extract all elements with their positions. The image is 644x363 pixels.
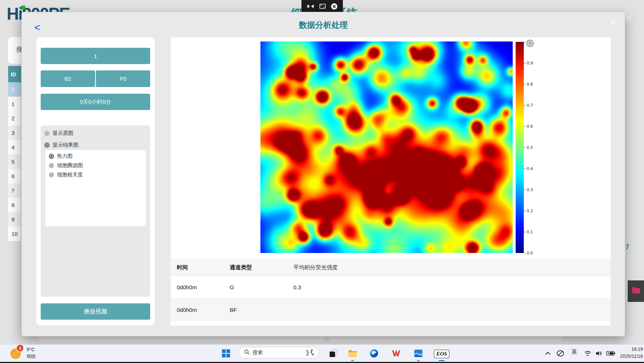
- radio-icon: [44, 131, 50, 136]
- clock-date: 2025/11/18: [607, 353, 643, 360]
- active-app-indicator: [439, 360, 445, 361]
- colorbar-tick: 0.1: [524, 230, 533, 234]
- tray-chevron-up-icon[interactable]: [543, 349, 553, 358]
- colorbar-tick: 0.2: [524, 209, 533, 213]
- volume-icon[interactable]: [594, 349, 604, 358]
- radio-label: 细胞相关度: [57, 171, 83, 178]
- notification-badge: 5: [17, 345, 23, 351]
- play-video-button[interactable]: 播放视频: [41, 303, 150, 320]
- tick-label: 0.2: [527, 209, 533, 213]
- dialog-title: 数据分析处理: [22, 20, 625, 31]
- taskbar-search[interactable]: 搜索: [239, 347, 319, 359]
- radio-icon: [49, 172, 54, 177]
- colorbar-tool-icon[interactable]: [526, 40, 534, 47]
- id-row[interactable]: 5: [8, 154, 21, 169]
- id-row[interactable]: 2: [8, 111, 21, 126]
- tick-label: 0.6: [527, 124, 533, 129]
- background-close-icon[interactable]: ×: [626, 13, 631, 23]
- table-row: 0d0h0m G 0.3: [171, 276, 611, 299]
- tick-mark: [524, 211, 526, 211]
- start-button[interactable]: [221, 349, 231, 358]
- colorbar-tick: 0.6: [524, 124, 533, 129]
- tick-label: 0.7: [527, 103, 533, 107]
- cell-channel: G: [230, 284, 293, 290]
- floating-folder-tile[interactable]: [628, 280, 644, 302]
- dialog-close-icon[interactable]: ×: [610, 17, 616, 27]
- task-view-icon[interactable]: [328, 349, 338, 358]
- tick-mark: [524, 42, 526, 42]
- tick-label: 0.9: [527, 61, 533, 65]
- id-row[interactable]: 4: [8, 140, 21, 154]
- id-row[interactable]: 8: [8, 198, 21, 212]
- id-row[interactable]: 6: [8, 169, 21, 183]
- id-row-list: 12345678910: [8, 97, 21, 241]
- file-explorer-icon[interactable]: [348, 349, 357, 358]
- id-column-header: ID: [8, 66, 21, 82]
- result-option-list: 热力图 细胞圈选图 细胞相关度: [45, 153, 146, 178]
- tick-mark: [524, 84, 526, 84]
- ime-indicator[interactable]: 英: [571, 349, 577, 356]
- colorbar-tick: 0.7: [524, 103, 533, 107]
- display-options-panel: 显示原图 显示结果图 热力图: [41, 126, 150, 297]
- collapse-icon[interactable]: [307, 3, 314, 9]
- radio-icon: [49, 163, 54, 168]
- colorbar-tick: 0.0: [524, 251, 533, 255]
- tick-mark: [524, 190, 526, 190]
- colorbar-ticks: 1.0 0.9 0.8 0.7: [524, 40, 533, 255]
- id-row[interactable]: 10: [8, 227, 21, 241]
- tick-mark: [524, 147, 526, 148]
- tick-mark: [524, 169, 526, 169]
- display-option-radio[interactable]: 显示原图: [44, 129, 150, 137]
- time-button[interactable]: 0天0小时0分: [41, 94, 150, 110]
- radio-label: 细胞圈选图: [57, 162, 83, 169]
- id-row[interactable]: 7: [8, 183, 21, 198]
- id-row[interactable]: 1: [8, 97, 21, 111]
- tick-label: 0.0: [527, 251, 533, 255]
- id-row[interactable]: 9: [8, 212, 21, 227]
- id-row-selected[interactable]: 0: [8, 82, 21, 97]
- colorbar-tick: 0.3: [524, 187, 533, 192]
- taskbar-clock[interactable]: 16:19 2025/11/18: [607, 346, 643, 360]
- data-analysis-dialog: < 数据分析处理 × 1 B2 P0 0天0小时0分 显示原图: [21, 12, 625, 336]
- result-table: 时间 通道类型 平均积分荧光强度 0d0h0m G 0.3 0d0h0m: [171, 259, 611, 321]
- pink-folder-icon: [632, 288, 640, 293]
- tray-disabled-status-icon[interactable]: [556, 349, 565, 358]
- edge-browser-icon[interactable]: [369, 349, 379, 358]
- tick-mark: [524, 63, 526, 63]
- tick-mark: [524, 105, 526, 106]
- photos-app-icon[interactable]: [414, 349, 423, 358]
- well-button[interactable]: 1: [41, 48, 150, 64]
- search-highlight-image: [304, 348, 315, 357]
- display-option-radio[interactable]: 显示结果图: [44, 141, 150, 149]
- cell-time: 0d0h0m: [171, 307, 230, 313]
- running-indicator: [417, 360, 420, 361]
- table-header-row: 时间 通道类型 平均积分荧光强度: [171, 259, 611, 276]
- wifi-icon[interactable]: [583, 349, 593, 358]
- background-card-edge: [38, 336, 324, 342]
- table-header: 时间: [171, 264, 230, 271]
- logo-green-dot-icon: [21, 6, 25, 10]
- search-icon: [244, 349, 250, 356]
- colorbar-tick: 0.4: [524, 166, 533, 171]
- id-row[interactable]: 3: [8, 126, 21, 140]
- wps-office-icon[interactable]: [391, 349, 401, 358]
- eos-app-icon[interactable]: EOS: [434, 347, 449, 360]
- result-option-radio[interactable]: 热力图: [49, 153, 146, 159]
- resize-icon[interactable]: [319, 3, 326, 9]
- result-option-radio[interactable]: 细胞圈选图: [49, 162, 146, 169]
- column-button[interactable]: P0: [96, 70, 150, 87]
- table-header: 平均积分荧光强度: [293, 264, 611, 271]
- image-viewer-panel: 1.0 0.9 0.8 0.7: [171, 37, 611, 326]
- close-circle-icon[interactable]: [331, 3, 338, 10]
- colorbar-tick: 0.9: [524, 61, 533, 65]
- tick-mark: [524, 126, 526, 127]
- left-options-panel: 1 B2 P0 0天0小时0分 显示原图: [36, 37, 155, 325]
- heatmap-canvas: [260, 41, 513, 253]
- row-button[interactable]: B2: [41, 70, 95, 87]
- cell-channel: BF: [230, 307, 293, 313]
- weather-temperature: 9°C: [27, 347, 35, 352]
- taskbar-weather-widget[interactable]: 5 9°C 晴朗: [9, 346, 57, 362]
- result-option-radio[interactable]: 细胞相关度: [49, 171, 146, 178]
- radio-icon: [44, 143, 50, 148]
- tick-label: 0.5: [527, 145, 533, 150]
